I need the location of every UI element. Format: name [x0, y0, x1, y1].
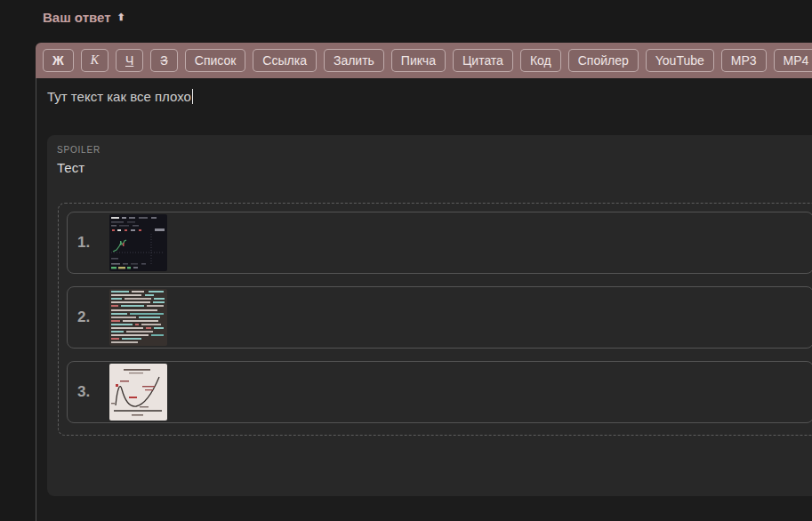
attachment-item-2[interactable]: 2. — [67, 286, 812, 349]
formatting-toolbar: Ж К Ч З Список Ссылка Залить Пикча Цитат… — [36, 43, 812, 78]
spoiler-block: SPOILER Тест 1. — [47, 135, 812, 496]
toolbar-upload-button[interactable]: Залить — [324, 49, 384, 72]
list-item-number: 3. — [77, 383, 100, 401]
toolbar-strikethrough-button[interactable]: З — [150, 49, 177, 72]
toolbar-mp3-button[interactable]: MP3 — [721, 49, 767, 72]
toolbar-picture-button[interactable]: Пикча — [391, 49, 446, 72]
toolbar-bold-button[interactable]: Ж — [43, 49, 74, 72]
message-editor[interactable]: Тут текст как все плохо SPOILER Тест 1. — [36, 78, 812, 521]
collapse-arrow-icon[interactable]: ⬆ — [117, 12, 125, 22]
attachment-item-1[interactable]: 1. — [67, 212, 812, 274]
toolbar-youtube-button[interactable]: YouTube — [646, 49, 714, 72]
spoiler-label: SPOILER — [57, 145, 100, 155]
reply-form-title-text: Ваш ответ — [43, 10, 111, 25]
list-item-number: 1. — [77, 234, 100, 252]
page-background: Ваш ответ ⬆ Ж К Ч З Список Ссылка Залить… — [0, 0, 812, 521]
editor-text: Тут текст как все плохо — [47, 89, 191, 104]
text-caret-icon — [192, 89, 193, 104]
toolbar-mp4-button[interactable]: MP4 — [774, 49, 812, 72]
toolbar-quote-button[interactable]: Цитата — [453, 49, 513, 72]
attachment-item-3[interactable]: 3. — [67, 361, 812, 423]
list-item-number: 2. — [77, 309, 100, 326]
toolbar-link-button[interactable]: Ссылка — [253, 49, 317, 72]
editor-text-line: Тут текст как все плохо — [47, 89, 193, 104]
attachment-thumbnail-dark-terminal[interactable] — [109, 214, 167, 271]
toolbar-italic-button[interactable]: К — [81, 49, 109, 72]
toolbar-list-button[interactable]: Список — [185, 49, 246, 72]
toolbar-code-button[interactable]: Код — [520, 49, 561, 72]
spoiler-title-text: Тест — [57, 160, 84, 175]
toolbar-underline-button[interactable]: Ч — [116, 49, 143, 72]
toolbar-spoiler-button[interactable]: Спойлер — [568, 49, 639, 72]
attachment-thumbnail-text-log[interactable] — [109, 289, 167, 346]
attachment-thumbnail-curve-chart[interactable] — [109, 364, 167, 421]
attachment-list: 1. — [58, 203, 812, 436]
reply-form-title[interactable]: Ваш ответ ⬆ — [43, 10, 125, 25]
